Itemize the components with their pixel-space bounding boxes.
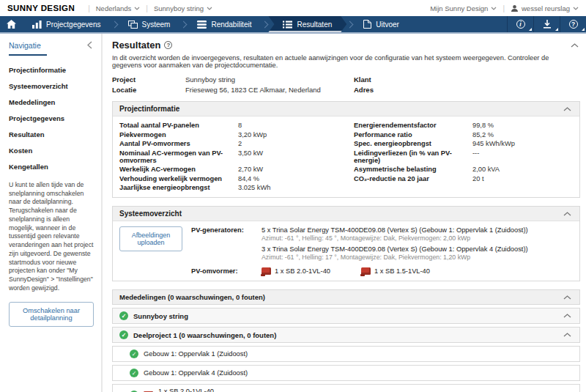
group-label: Sunnyboy string bbox=[133, 312, 188, 320]
stat-value: --- bbox=[472, 149, 479, 164]
pv-generator-line: 5 x Trina Solar Energy TSM-400DE09.08 (V… bbox=[262, 226, 528, 234]
sidebar-item-kosten[interactable]: Kosten bbox=[9, 147, 94, 155]
divider: | bbox=[502, 4, 505, 12]
pv-generator-entry: 3 x Trina Solar Energy TSM-400DE09.08 (V… bbox=[262, 245, 528, 261]
tab-label: Rendabiliteit bbox=[211, 21, 251, 29]
inverter-entry: 1 x SB 1.5-1VL-40 bbox=[361, 267, 430, 275]
tab-systeem[interactable]: Systeem bbox=[118, 16, 181, 32]
stacked-bars-icon bbox=[197, 21, 207, 29]
client-label: Klant bbox=[354, 75, 427, 84]
stat-label: CO₂-reductie na 20 jaar bbox=[354, 175, 472, 182]
sidebar-item-resultaten[interactable]: Resultaten bbox=[9, 130, 94, 138]
tab-label: Systeem bbox=[142, 21, 171, 29]
message-item-oppervlak-4: Gebouw 1: Oppervlak 4 (Zuidoost) bbox=[112, 365, 580, 381]
chevron-down-icon bbox=[573, 7, 579, 10]
sidebar-item-systeemoverzicht[interactable]: Systeemoverzicht bbox=[9, 82, 94, 90]
chevron-up-icon bbox=[563, 212, 571, 216]
message-label: 1 x SB 2.0-1VL-40 bbox=[158, 388, 214, 392]
page-title: Resultaten bbox=[112, 40, 160, 51]
stat-value: 2,70 kW bbox=[238, 166, 263, 173]
download-button[interactable] bbox=[533, 16, 560, 32]
stat-label: Energierendementsfactor bbox=[354, 122, 472, 129]
pv-generators-label: PV-generatoren: bbox=[191, 226, 262, 234]
chevron-left-icon bbox=[87, 41, 92, 49]
group-collapse-button[interactable] bbox=[562, 331, 573, 339]
message-group-sunnyboy-string[interactable]: Sunnyboy string bbox=[112, 308, 580, 324]
stat-value: 945 kWh/kWp bbox=[472, 140, 515, 147]
stat-label: Aantal PV-omvormers bbox=[119, 140, 238, 147]
chevron-up-icon bbox=[571, 43, 579, 48]
page-intro-text: In dit overzicht worden de invoergegeven… bbox=[112, 54, 580, 69]
success-check-icon bbox=[119, 330, 128, 339]
message-item-oppervlak-1: Gebouw 1: Oppervlak 1 (Zuidoost) bbox=[112, 346, 580, 362]
section-systeemoverzicht: Systeemoverzicht Afbeeldingen uploaden P… bbox=[112, 206, 580, 281]
stat-label: Jaarlijkse energieopbrengst bbox=[119, 184, 238, 191]
success-check-icon bbox=[130, 369, 138, 377]
tab-resultaten-active[interactable]: Resultaten bbox=[268, 16, 346, 32]
location-value: Frieseweg 56, 1823 CE Alkmaar, Nederland bbox=[185, 86, 321, 94]
chevron-down-icon bbox=[491, 7, 497, 10]
stat-value: 3.025 kWh bbox=[238, 184, 270, 191]
section-collapse-button[interactable] bbox=[562, 210, 573, 218]
stat-value: 2 bbox=[238, 140, 242, 147]
inverter-icon bbox=[262, 267, 271, 275]
section-header-mededelingen[interactable]: Mededelingen (0 waarschuwingen, 0 fouten… bbox=[112, 289, 580, 305]
sidebar-item-projectgegevens[interactable]: Projectgegevens bbox=[9, 114, 94, 122]
stat-value: 85,2 % bbox=[472, 131, 494, 138]
switch-to-detail-planning-button[interactable]: Omschakelen naar detailplanning bbox=[9, 302, 94, 327]
stat-label: Verhouding werkelijk vermogen bbox=[119, 175, 238, 182]
section-header-systeemoverzicht[interactable]: Systeemoverzicht bbox=[113, 207, 579, 221]
message-item-sb-2-0: 1 x SB 2.0-1VL-40 Deelinstallatie 1 bbox=[112, 384, 580, 392]
message-label: Gebouw 1: Oppervlak 1 (Zuidoost) bbox=[144, 350, 248, 358]
divider: | bbox=[88, 4, 90, 12]
tab-projectgegevens[interactable]: Projectgegevens bbox=[22, 16, 111, 32]
sidebar-collapse-button[interactable] bbox=[86, 40, 94, 51]
section-header-projectinformatie[interactable]: Projectinformatie bbox=[113, 102, 579, 117]
app-logo: SUNNY DESIGN bbox=[7, 4, 75, 12]
sidebar-tab-navigatie[interactable]: Navigatie bbox=[9, 40, 47, 56]
project-value: Sunnyboy string bbox=[185, 75, 235, 84]
pv-generator-entry: 5 x Trina Solar Energy TSM-400DE09.08 (V… bbox=[262, 226, 528, 242]
sidebar-item-projectinformatie[interactable]: Projectinformatie bbox=[9, 66, 94, 74]
help-button[interactable]: ? bbox=[560, 16, 586, 32]
stat-label: Leidingverliezen (in % van PV-energie) bbox=[354, 149, 472, 164]
divider: | bbox=[146, 4, 148, 12]
success-check-icon bbox=[130, 350, 138, 358]
chevron-down-icon bbox=[134, 7, 140, 10]
user-name-label: wessel reurslag bbox=[522, 4, 570, 12]
section-title: Projectinformatie bbox=[119, 105, 179, 113]
message-label: Gebouw 1: Oppervlak 4 (Zuidoost) bbox=[144, 369, 248, 377]
group-collapse-button[interactable] bbox=[562, 312, 573, 319]
content-area: Navigatie Projectinformatie Systeemoverz… bbox=[0, 34, 586, 392]
sidebar-item-kengetallen[interactable]: Kengetallen bbox=[9, 163, 94, 171]
tab-separator-icon bbox=[346, 21, 354, 28]
message-group-deelproject-1[interactable]: Deelproject 1 (0 waarschuwingen, 0 foute… bbox=[112, 327, 580, 343]
sidebar-item-mededelingen[interactable]: Mededelingen bbox=[9, 98, 94, 106]
account-menu-dropdown[interactable]: Mijn Sunny Design bbox=[430, 4, 497, 12]
home-button[interactable] bbox=[0, 16, 22, 32]
stat-label: Spec. energieopbrengst bbox=[354, 140, 472, 147]
tab-separator-icon bbox=[180, 21, 188, 28]
stat-label: Werkelijk AC-vermogen bbox=[119, 166, 238, 173]
tab-rendabiliteit[interactable]: Rendabiliteit bbox=[187, 16, 262, 32]
upload-images-button[interactable]: Afbeeldingen uploaden bbox=[119, 226, 182, 251]
bar-chart-icon bbox=[32, 21, 42, 29]
tab-label: Uitvoer bbox=[376, 21, 399, 29]
project-dropdown[interactable]: Sunnyboy string bbox=[154, 4, 212, 12]
pv-inverter-label: PV-omvormer: bbox=[191, 267, 262, 275]
chevron-up-icon bbox=[563, 295, 571, 300]
user-menu-dropdown[interactable]: wessel reurslag bbox=[511, 4, 579, 12]
account-menu-label: Mijn Sunny Design bbox=[430, 4, 488, 12]
page-help-icon[interactable]: ? bbox=[164, 41, 172, 49]
language-label: Nederlands bbox=[96, 4, 132, 12]
language-dropdown[interactable]: Nederlands bbox=[96, 4, 141, 12]
section-collapse-button[interactable] bbox=[562, 294, 573, 301]
tab-uitvoer[interactable]: Uitvoer bbox=[353, 16, 409, 32]
section-collapse-button[interactable] bbox=[562, 106, 573, 113]
nav-actions: i ? bbox=[507, 16, 586, 32]
page-collapse-button[interactable] bbox=[569, 42, 580, 49]
info-icon: i bbox=[516, 20, 525, 29]
inverter-name: 1 x SB 2.0-1VL-40 bbox=[275, 267, 330, 275]
stat-label: Asymmetrische belasting bbox=[354, 166, 472, 173]
info-button[interactable]: i bbox=[507, 16, 533, 32]
